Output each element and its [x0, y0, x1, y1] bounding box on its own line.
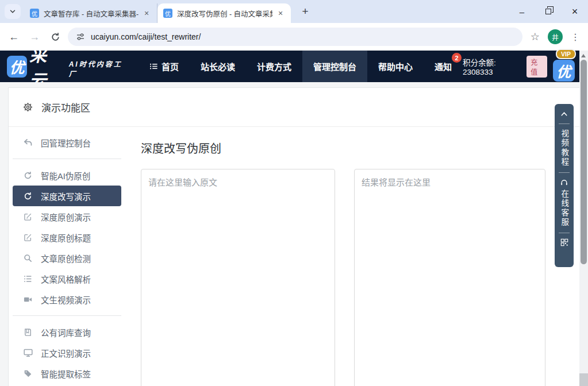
- nav-item-console[interactable]: 管理控制台: [302, 51, 367, 82]
- bookmark-star-icon[interactable]: ☆: [531, 30, 540, 43]
- vip-badge: VIP: [556, 49, 576, 59]
- nav-label: 管理控制台: [313, 60, 356, 72]
- sidebar-item-label: 回管理控制台: [41, 137, 91, 149]
- sidebar-item-label: 文案风格解析: [41, 273, 91, 285]
- sidebar-item-body-recognition[interactable]: 正文识别演示: [13, 342, 121, 363]
- scrollbar-bottom[interactable]: [579, 373, 588, 386]
- sidebar-divider: [13, 159, 121, 159]
- back-button[interactable]: ←: [7, 30, 21, 44]
- sidebar-item-deep-rewrite-demo[interactable]: 深度改写演示: [13, 186, 121, 206]
- browser-tab-2-active[interactable]: 优 深度改写伪原创 - 自动文章采集 ×: [157, 3, 291, 23]
- scrollbar-up-arrow[interactable]: [581, 54, 586, 57]
- new-tab-button[interactable]: +: [298, 4, 313, 19]
- video-camera-icon: [23, 295, 33, 304]
- recharge-button[interactable]: 充值: [526, 56, 547, 78]
- browser-profile-avatar[interactable]: 井: [548, 29, 563, 44]
- qr-code-icon[interactable]: [560, 238, 568, 246]
- browser-menu-icon[interactable]: ⋮: [571, 32, 580, 43]
- ordered-list-icon: [23, 275, 33, 283]
- video-tutorial-link[interactable]: 视频教程: [560, 129, 568, 167]
- refresh-icon: [23, 171, 33, 180]
- browser-tab-strip: 优 文章暂存库 - 自动文章采集器- × 优 深度改写伪原创 - 自动文章采集 …: [0, 0, 588, 23]
- nav-label: 帮助中心: [378, 60, 413, 72]
- browser-toolbar: ← → ucaiyun.com/caiji/test_rewriter/ ☆ 井…: [0, 23, 588, 51]
- toolbar-right: ☆ 井 ⋮: [531, 29, 583, 44]
- edit-icon: [23, 213, 33, 221]
- sidebar-item-label: 正文识别演示: [41, 347, 91, 359]
- sidebar: 回管理控制台 智能AI伪原创 深度改写演示 深度原创演示 深度原创标题 文章原创…: [13, 132, 121, 384]
- sidebar-item-public-lexicon[interactable]: 公有词库查询: [13, 322, 121, 342]
- nav-label: 通知: [435, 60, 452, 72]
- sidebar-item-style-analysis[interactable]: 文案风格解析: [13, 268, 121, 289]
- sidebar-item-label: 智能提取标签: [41, 368, 91, 380]
- page-content: 演示功能区 回管理控制台 智能AI伪原创 深度改写演示 深度原创演示 深度原创标…: [0, 82, 579, 386]
- source-text-input[interactable]: [141, 169, 335, 386]
- vertical-scrollbar[interactable]: [579, 51, 588, 386]
- tag-icon: [23, 369, 33, 378]
- tab-title: 深度改写伪原创 - 自动文章采集: [177, 8, 272, 19]
- site-logo[interactable]: 优: [7, 56, 27, 78]
- headset-icon: [560, 178, 568, 187]
- reload-icon: [51, 32, 60, 42]
- refresh-icon: [23, 192, 33, 200]
- sidebar-item-text-to-video[interactable]: 文生视频演示: [13, 289, 121, 310]
- nav-item-pricing[interactable]: 计费方式: [246, 51, 302, 82]
- address-bar[interactable]: ucaiyun.com/caiji/test_rewriter/: [68, 28, 522, 46]
- sidebar-item-ai-rewrite[interactable]: 智能AI伪原创: [13, 165, 121, 186]
- sidebar-item-deep-original-title[interactable]: 深度原创标题: [13, 227, 121, 248]
- sidebar-item-label: 深度改写演示: [41, 190, 91, 202]
- restore-icon: [545, 9, 551, 14]
- nav-item-notifications[interactable]: 通知 2: [424, 51, 463, 82]
- panel-divider: [559, 233, 570, 233]
- sidebar-item-label: 文生视频演示: [41, 294, 91, 306]
- window-controls: – ×: [509, 0, 588, 23]
- points-balance: 积分余额: 2308333: [463, 56, 522, 76]
- tab-search-button[interactable]: [5, 4, 21, 19]
- panel-title-row: 演示功能区: [9, 88, 579, 127]
- main-nav: 首页 站长必读 计费方式 管理控制台 帮助中心 通知 2: [139, 51, 463, 82]
- search-icon: [23, 254, 33, 263]
- panel-divider: [559, 123, 570, 124]
- tab-title: 文章暂存库 - 自动文章采集器-: [44, 8, 139, 19]
- window-close-button[interactable]: ×: [562, 0, 588, 23]
- window-restore-button[interactable]: [535, 0, 562, 23]
- nav-label: 计费方式: [257, 60, 291, 72]
- sidebar-item-label: 公有词库查询: [41, 326, 91, 338]
- sidebar-item-originality-check[interactable]: 文章原创检测: [13, 248, 121, 268]
- sidebar-item-back-console[interactable]: 回管理控制台: [13, 132, 121, 153]
- sidebar-item-label: 智能AI伪原创: [41, 169, 90, 182]
- gear-icon: [22, 102, 33, 113]
- site-tagline: AI时代内容工厂: [69, 59, 126, 78]
- nav-item-must-read[interactable]: 站长必读: [190, 51, 246, 82]
- header-right: 积分余额: 2308333 充值 优 VIP: [463, 53, 574, 80]
- sidebar-item-label: 深度原创标题: [41, 231, 91, 244]
- section-heading: 深度改写伪原创: [141, 140, 221, 156]
- reply-arrow-icon: [23, 138, 33, 148]
- book-icon: [23, 328, 33, 337]
- site-settings-icon[interactable]: [76, 32, 85, 41]
- monitor-icon: [23, 348, 33, 357]
- sidebar-item-tag-extraction[interactable]: 智能提取标签: [13, 363, 121, 384]
- result-text-output[interactable]: [354, 169, 545, 386]
- tab-close-icon[interactable]: ×: [276, 9, 285, 18]
- window-minimize-button[interactable]: –: [509, 0, 535, 23]
- sidebar-item-deep-original-demo[interactable]: 深度原创演示: [13, 206, 121, 227]
- user-avatar-wrap: 优 VIP: [553, 53, 574, 80]
- panel-divider: [559, 172, 570, 173]
- nav-item-help[interactable]: 帮助中心: [367, 51, 424, 82]
- user-avatar[interactable]: 优: [553, 60, 575, 82]
- sidebar-item-label: 文章原创检测: [41, 252, 91, 264]
- online-service-link[interactable]: 在线客服: [560, 190, 568, 227]
- chevron-up-icon[interactable]: [560, 110, 568, 118]
- scrollbar-thumb[interactable]: [581, 60, 587, 264]
- chevron-down-icon: [9, 7, 17, 16]
- sidebar-divider: [13, 315, 121, 316]
- browser-tab-1[interactable]: 优 文章暂存库 - 自动文章采集器- ×: [24, 3, 157, 23]
- url-text[interactable]: ucaiyun.com/caiji/test_rewriter/: [91, 32, 201, 41]
- nav-item-home[interactable]: 首页: [139, 51, 190, 82]
- notification-badge: 2: [452, 53, 462, 63]
- nav-label: 站长必读: [201, 60, 235, 72]
- tab-close-icon[interactable]: ×: [142, 9, 151, 18]
- floating-side-panel: 视频教程 在线客服: [555, 104, 574, 267]
- list-icon: [149, 62, 158, 71]
